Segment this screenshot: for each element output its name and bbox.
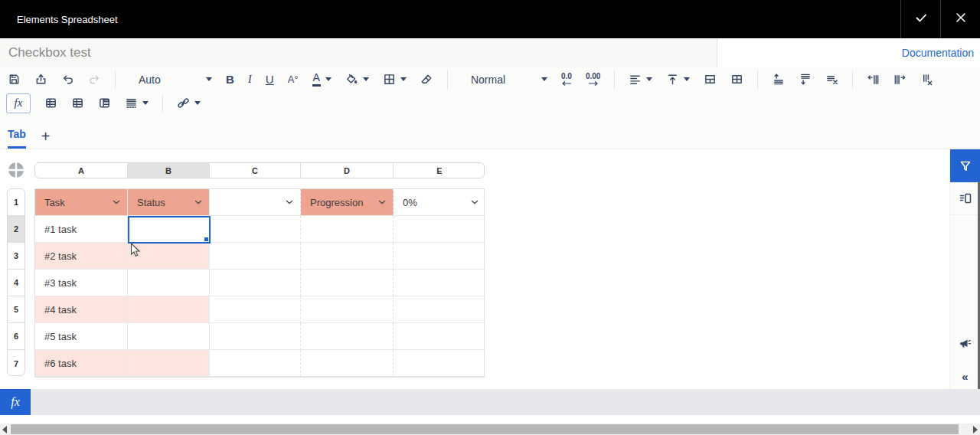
fill-color-button[interactable] bbox=[345, 73, 369, 86]
row-header-2[interactable]: 2 bbox=[8, 216, 24, 243]
increase-decimal-button[interactable]: 0.00 bbox=[586, 73, 600, 86]
cell-a3[interactable]: #2 task bbox=[35, 243, 128, 270]
tab-active[interactable]: Tab bbox=[8, 128, 26, 149]
cell-e1-filter[interactable]: 0% bbox=[394, 189, 485, 216]
cell-b5[interactable] bbox=[128, 296, 210, 323]
cell-d6[interactable] bbox=[301, 323, 394, 350]
cell-c3[interactable] bbox=[210, 243, 301, 270]
row-header-6[interactable]: 6 bbox=[8, 323, 24, 350]
formula-fx-button[interactable]: fx bbox=[0, 389, 31, 415]
bold-button[interactable]: B bbox=[226, 73, 234, 86]
cell-d3[interactable] bbox=[301, 243, 394, 270]
column-header-c[interactable]: C bbox=[210, 163, 301, 178]
cell-a6[interactable]: #5 task bbox=[35, 323, 128, 350]
insert-column-right-button[interactable] bbox=[893, 73, 906, 86]
table-header-column-button[interactable] bbox=[98, 96, 111, 110]
cell-a4[interactable]: #3 task bbox=[35, 270, 128, 296]
merge-cells-button[interactable] bbox=[704, 73, 717, 86]
row-header-5[interactable]: 5 bbox=[8, 296, 24, 323]
font-color-button[interactable]: A bbox=[312, 72, 332, 86]
cell-b7[interactable] bbox=[128, 350, 210, 377]
selected-cell-b2[interactable] bbox=[128, 216, 211, 244]
row-height-button[interactable] bbox=[125, 96, 149, 110]
column-header-e[interactable]: E bbox=[394, 163, 485, 178]
decrease-decimal-button[interactable]: 0.0 bbox=[561, 73, 572, 86]
cell-d2[interactable] bbox=[301, 216, 394, 243]
documentation-link[interactable]: Documentation bbox=[902, 47, 974, 59]
insert-row-below-button[interactable] bbox=[799, 73, 812, 86]
close-button[interactable] bbox=[940, 0, 980, 38]
insert-column-left-button[interactable] bbox=[867, 73, 880, 86]
cell-a2[interactable]: #1 task bbox=[35, 216, 128, 243]
confirm-button[interactable] bbox=[900, 0, 940, 38]
column-header-b[interactable]: B bbox=[128, 163, 210, 178]
cell-e7[interactable] bbox=[394, 350, 485, 377]
save-button[interactable] bbox=[8, 73, 21, 86]
filter-chevron-icon[interactable] bbox=[471, 200, 479, 204]
table-style-disabled-button[interactable] bbox=[71, 96, 84, 110]
collapse-sidebar-button[interactable]: « bbox=[950, 360, 980, 393]
scroll-left-arrow-icon[interactable] bbox=[2, 426, 7, 433]
horizontal-scrollbar-thumb[interactable] bbox=[11, 424, 959, 434]
redo-button[interactable] bbox=[88, 73, 101, 86]
insert-row-above-button[interactable] bbox=[772, 73, 785, 86]
cell-c4[interactable] bbox=[210, 270, 301, 296]
cell-d1-filter[interactable]: Progression bbox=[301, 189, 394, 216]
filter-chevron-icon[interactable] bbox=[378, 200, 386, 204]
add-tab-button[interactable]: + bbox=[41, 129, 51, 149]
announcements-button[interactable] bbox=[950, 327, 980, 360]
unmerge-cells-button[interactable] bbox=[730, 73, 743, 86]
cell-b4[interactable] bbox=[128, 270, 210, 296]
fill-handle[interactable] bbox=[204, 237, 209, 242]
row-header-7[interactable]: 7 bbox=[8, 350, 24, 376]
cell-b6[interactable] bbox=[128, 323, 210, 350]
insert-table-button[interactable] bbox=[44, 96, 57, 110]
cell-a5[interactable]: #4 task bbox=[35, 296, 128, 323]
cell-b1-filter[interactable]: Status bbox=[128, 189, 210, 216]
style-select[interactable]: Normal bbox=[462, 74, 547, 86]
side-panel-button[interactable] bbox=[950, 182, 980, 215]
cell-a1-filter[interactable]: Task bbox=[35, 189, 128, 216]
formula-toggle-button[interactable]: fx bbox=[6, 93, 31, 113]
delete-row-button[interactable] bbox=[825, 73, 838, 86]
filter-chevron-icon[interactable] bbox=[286, 200, 293, 204]
horizontal-scrollbar[interactable] bbox=[0, 424, 980, 435]
italic-button[interactable]: I bbox=[248, 73, 252, 86]
clear-format-button[interactable] bbox=[420, 73, 433, 86]
cell-c1-filter[interactable] bbox=[210, 189, 301, 216]
cell-e2[interactable] bbox=[394, 216, 485, 243]
cell-a7[interactable]: #6 task bbox=[35, 350, 128, 377]
cell-d5[interactable] bbox=[301, 296, 394, 323]
cell-d7[interactable] bbox=[301, 350, 394, 377]
filter-panel-button[interactable] bbox=[950, 149, 980, 182]
font-select[interactable]: Auto bbox=[129, 74, 212, 86]
horizontal-align-button[interactable] bbox=[629, 73, 652, 86]
select-all-button[interactable] bbox=[8, 162, 24, 178]
cell-e4[interactable] bbox=[394, 270, 485, 296]
row-header-1[interactable]: 1 bbox=[8, 189, 24, 216]
export-button[interactable] bbox=[34, 73, 47, 86]
vertical-align-button[interactable] bbox=[666, 73, 690, 86]
undo-button[interactable] bbox=[61, 73, 74, 86]
cell-c2[interactable] bbox=[210, 216, 301, 243]
borders-button[interactable] bbox=[383, 73, 407, 86]
cell-d4[interactable] bbox=[301, 270, 394, 296]
scroll-right-arrow-icon[interactable] bbox=[973, 426, 978, 433]
column-header-d[interactable]: D bbox=[301, 163, 394, 178]
cell-c5[interactable] bbox=[210, 296, 301, 323]
cell-c7[interactable] bbox=[210, 350, 301, 377]
formula-input[interactable] bbox=[31, 389, 980, 415]
cell-e6[interactable] bbox=[394, 323, 485, 350]
cell-e3[interactable] bbox=[394, 243, 485, 270]
cell-e5[interactable] bbox=[394, 296, 485, 323]
filter-chevron-icon[interactable] bbox=[113, 200, 120, 204]
doc-name-input[interactable]: Checkbox test bbox=[0, 38, 717, 67]
filter-chevron-icon[interactable] bbox=[194, 200, 202, 204]
delete-column-button[interactable] bbox=[920, 73, 933, 86]
insert-link-button[interactable] bbox=[177, 96, 201, 110]
superscript-button[interactable]: A° bbox=[288, 74, 299, 85]
underline-button[interactable]: U bbox=[266, 73, 274, 86]
row-header-4[interactable]: 4 bbox=[8, 270, 24, 296]
column-header-a[interactable]: A bbox=[35, 163, 128, 178]
row-header-3[interactable]: 3 bbox=[8, 243, 24, 270]
